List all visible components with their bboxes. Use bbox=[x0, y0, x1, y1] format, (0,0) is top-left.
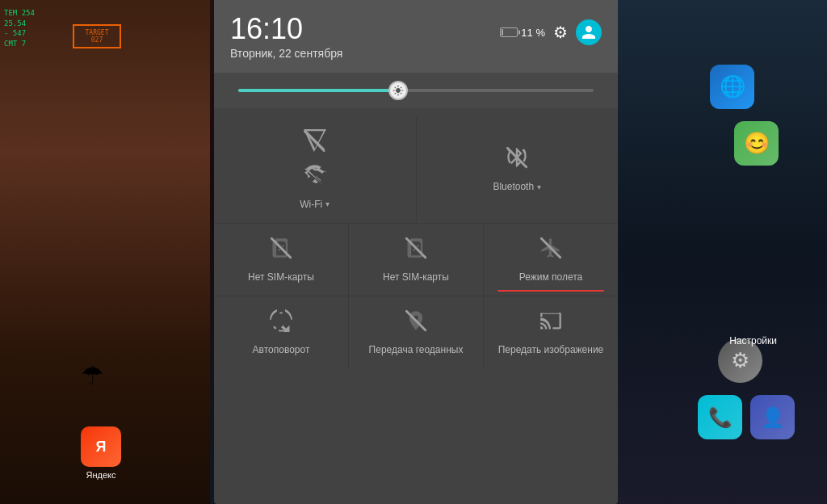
sim1-label: Нет SIM-карты bbox=[248, 271, 314, 283]
bluetooth-off-icon bbox=[506, 146, 528, 174]
wallpaper-right: 🌐 😊 ⚙ Настройки 👤 📞 bbox=[617, 0, 827, 504]
yandex-label: Яндекс bbox=[86, 470, 116, 480]
qs-row-3: Автоповорот Передача геоданных bbox=[214, 296, 618, 370]
yandex-app-icon[interactable]: Я Яндекс bbox=[81, 426, 121, 480]
hud-overlay: TEM 25425.54- 547CMT 7 TARGET 027 ☂ Я Ян… bbox=[0, 0, 210, 504]
qs-row-2: Нет SIM-карты Нет SIM-карты bbox=[214, 224, 618, 296]
user-avatar[interactable] bbox=[576, 19, 602, 45]
target-box: TARGET 027 bbox=[73, 24, 121, 48]
wallpaper-left: TEM 25425.54- 547CMT 7 TARGET 027 ☂ Я Ян… bbox=[0, 0, 210, 504]
globe-app-icon[interactable]: 🌐 bbox=[710, 65, 754, 109]
brightness-slider[interactable] bbox=[238, 89, 594, 92]
person-app-icon[interactable]: 👤 bbox=[750, 395, 795, 439]
settings-button[interactable]: ⚙ bbox=[553, 23, 568, 42]
umbrella-icon: ☂ bbox=[81, 360, 104, 391]
smiley-app-icon[interactable]: 😊 bbox=[734, 121, 779, 166]
wifi-icon bbox=[304, 129, 326, 158]
bluetooth-toggle[interactable]: Bluetooth ▾ bbox=[417, 116, 619, 223]
wifi-dropdown-arrow[interactable]: ▾ bbox=[325, 200, 330, 208]
time-display: 16:10 bbox=[230, 13, 500, 45]
cast-label: Передать изображение bbox=[498, 344, 604, 357]
cast-icon bbox=[539, 309, 562, 338]
bluetooth-label: Bluetooth ▾ bbox=[493, 181, 541, 192]
date-display: Вторник, 22 сентября bbox=[230, 47, 500, 60]
location-toggle[interactable]: Передача геоданных bbox=[349, 296, 484, 370]
sim2-label: Нет SIM-карты bbox=[383, 271, 449, 283]
hud-text: TEM 25425.54- 547CMT 7 bbox=[4, 8, 35, 48]
quick-settings: Wi-Fi ▾ Bluetooth ▾ bbox=[214, 108, 618, 378]
sim1-icon bbox=[270, 237, 292, 265]
qs-row-1: Wi-Fi ▾ Bluetooth ▾ bbox=[214, 116, 618, 224]
time-block: 16:10 Вторник, 22 сентября bbox=[230, 13, 500, 60]
sim2-toggle[interactable]: Нет SIM-карты bbox=[349, 224, 484, 296]
settings-label: Настройки bbox=[729, 335, 777, 346]
autorotate-toggle[interactable]: Автоповорот bbox=[214, 296, 349, 370]
wifi-off-icon bbox=[304, 164, 326, 192]
wifi-toggle[interactable]: Wi-Fi ▾ bbox=[214, 116, 417, 223]
location-label: Передача геоданных bbox=[369, 344, 464, 357]
airplane-toggle[interactable]: Режим полета bbox=[484, 224, 618, 296]
bluetooth-dropdown-arrow[interactable]: ▾ bbox=[537, 183, 541, 191]
sim2-icon bbox=[405, 237, 427, 265]
notification-panel: 16:10 Вторник, 22 сентября 11 % ⚙ bbox=[214, 0, 618, 504]
wifi-label: Wi-Fi ▾ bbox=[300, 199, 330, 210]
sim1-toggle[interactable]: Нет SIM-карты bbox=[214, 224, 349, 296]
battery-fill bbox=[502, 29, 503, 36]
battery-indicator: 11 % bbox=[500, 27, 545, 39]
cast-toggle[interactable]: Передать изображение bbox=[484, 296, 618, 370]
brightness-thumb[interactable] bbox=[388, 81, 408, 100]
airplane-icon bbox=[539, 237, 562, 265]
brightness-section bbox=[214, 73, 618, 108]
airplane-label: Режим полета bbox=[519, 271, 583, 283]
autorotate-icon bbox=[270, 309, 292, 338]
header-icons: 11 % ⚙ bbox=[500, 19, 602, 45]
battery-icon bbox=[500, 27, 518, 37]
annotation-underline bbox=[497, 290, 605, 292]
location-off-icon bbox=[405, 309, 427, 338]
autorotate-label: Автоповорот bbox=[253, 344, 310, 355]
phone-app-icon[interactable]: 📞 bbox=[698, 395, 742, 439]
battery-percent: 11 % bbox=[521, 27, 545, 39]
panel-header: 16:10 Вторник, 22 сентября 11 % ⚙ bbox=[214, 0, 618, 73]
brightness-fill bbox=[238, 89, 398, 92]
yandex-circle: Я bbox=[81, 426, 121, 467]
